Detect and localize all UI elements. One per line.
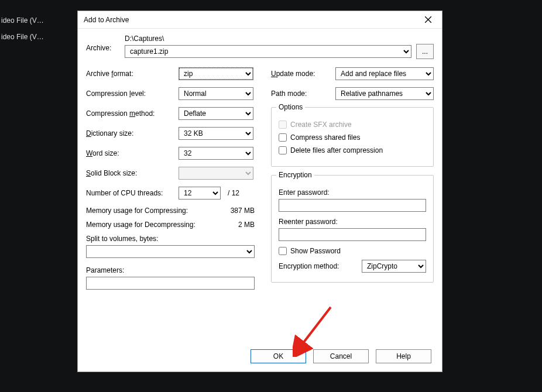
compression-method-select[interactable]: Deflate bbox=[179, 107, 253, 120]
parameters-input[interactable] bbox=[86, 277, 255, 290]
path-mode-select[interactable]: Relative pathnames bbox=[335, 87, 434, 100]
enter-password-label: Enter password: bbox=[279, 188, 426, 197]
close-button[interactable] bbox=[417, 13, 438, 27]
compression-level-select[interactable]: Normal bbox=[179, 87, 253, 100]
cancel-button[interactable]: Cancel bbox=[313, 349, 369, 363]
dictionary-size-select[interactable]: 32 KB bbox=[179, 127, 253, 140]
reenter-password-label: Reenter password: bbox=[279, 218, 426, 226]
encryption-title: Encryption bbox=[276, 171, 314, 179]
mem-compress-value: 387 MB bbox=[231, 207, 255, 215]
dialog-title: Add to Archive bbox=[84, 16, 129, 24]
archive-label: Archive: bbox=[86, 35, 115, 52]
show-password-checkbox-row[interactable]: Show Password bbox=[279, 247, 426, 255]
reenter-password-input[interactable] bbox=[279, 228, 426, 241]
archive-path: D:\Captures\ bbox=[125, 35, 434, 43]
compression-method-label: Compression method: bbox=[86, 109, 179, 118]
compress-shared-checkbox[interactable] bbox=[279, 133, 287, 142]
word-size-label: Word size: bbox=[86, 149, 179, 157]
word-size-select[interactable]: 32 bbox=[179, 147, 253, 160]
path-mode-label: Path mode: bbox=[271, 90, 335, 98]
show-password-checkbox[interactable] bbox=[279, 247, 287, 255]
create-sfx-checkbox-row: Create SFX archive bbox=[279, 121, 426, 129]
encryption-method-label: Encryption method: bbox=[279, 262, 339, 270]
delete-after-checkbox-row[interactable]: Delete files after compression bbox=[279, 146, 426, 154]
titlebar[interactable]: Add to Archive bbox=[78, 11, 442, 29]
enter-password-input[interactable] bbox=[279, 199, 426, 212]
compress-shared-label: Compress shared files bbox=[290, 133, 360, 142]
solid-block-label: Solid Block size: bbox=[86, 169, 179, 177]
encryption-method-select[interactable]: ZipCrypto bbox=[362, 260, 426, 273]
file-name: ideo File (V… bbox=[0, 16, 76, 25]
archive-format-label: Archive format: bbox=[86, 70, 179, 78]
delete-after-label: Delete files after compression bbox=[290, 146, 383, 154]
split-volumes-combo[interactable] bbox=[86, 245, 255, 258]
browse-button[interactable]: ... bbox=[416, 44, 434, 59]
solid-block-select bbox=[179, 167, 253, 180]
cpu-threads-max: / 12 bbox=[228, 189, 239, 197]
options-title: Options bbox=[276, 103, 305, 111]
split-volumes-label: Split to volumes, bytes: bbox=[86, 235, 255, 243]
cpu-threads-label: Number of CPU threads: bbox=[86, 189, 179, 197]
dictionary-size-label: Dictionary size: bbox=[86, 129, 179, 137]
update-mode-label: Update mode: bbox=[271, 70, 335, 78]
close-icon bbox=[425, 16, 431, 23]
archive-format-select[interactable]: zip bbox=[179, 67, 253, 80]
create-sfx-label: Create SFX archive bbox=[290, 121, 352, 129]
cpu-threads-select[interactable]: 12 bbox=[179, 187, 221, 200]
show-password-label: Show Password bbox=[290, 247, 341, 255]
delete-after-checkbox[interactable] bbox=[279, 146, 287, 154]
compress-shared-checkbox-row[interactable]: Compress shared files bbox=[279, 133, 426, 142]
ok-button[interactable]: OK bbox=[251, 349, 306, 363]
update-mode-select[interactable]: Add and replace files bbox=[335, 67, 434, 80]
parameters-label: Parameters: bbox=[86, 266, 255, 274]
compression-level-label: Compression level: bbox=[86, 90, 179, 98]
add-to-archive-dialog: Add to Archive Archive: D:\Captures\ cap… bbox=[77, 11, 442, 372]
mem-decompress-label: Memory usage for Decompressing: bbox=[86, 221, 195, 229]
mem-compress-label: Memory usage for Compressing: bbox=[86, 207, 188, 215]
encryption-group: Encryption Enter password: Reenter passw… bbox=[271, 175, 434, 283]
help-button[interactable]: Help bbox=[376, 349, 431, 363]
mem-decompress-value: 2 MB bbox=[238, 221, 255, 229]
archive-filename-combo[interactable]: capture1.zip bbox=[125, 45, 411, 58]
create-sfx-checkbox bbox=[279, 121, 287, 129]
options-group: Options Create SFX archive Compress shar… bbox=[271, 107, 434, 167]
file-name: ideo File (V… bbox=[0, 33, 76, 41]
